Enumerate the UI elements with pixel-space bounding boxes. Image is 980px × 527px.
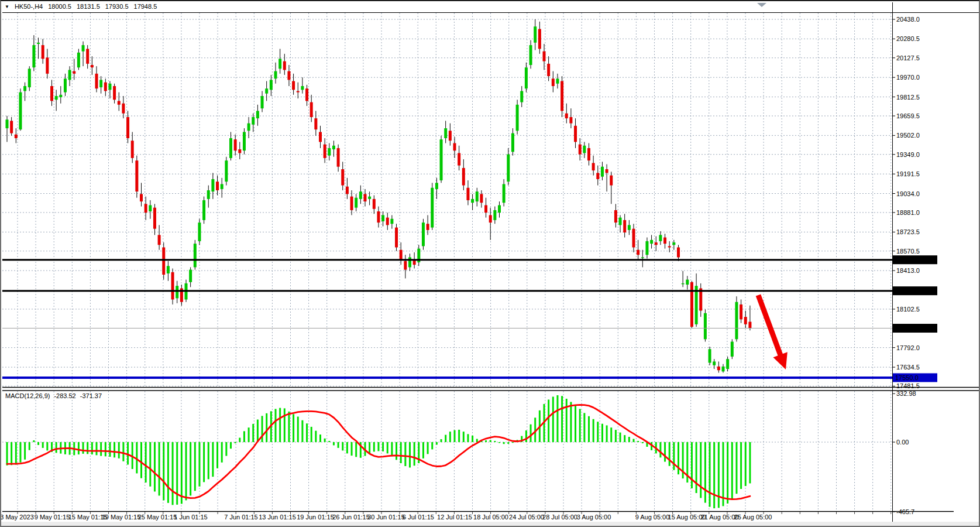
candle-down <box>15 135 18 138</box>
time-axis-label: 9 Aug 05:00 <box>635 514 670 521</box>
candle-down <box>614 210 617 223</box>
candle-up <box>64 78 67 92</box>
chart-canvas[interactable]: 20438.020280.520127.519970.019812.519659… <box>1 1 980 527</box>
candle-up <box>261 96 264 108</box>
candle-down <box>623 220 626 232</box>
candle-down <box>135 160 138 191</box>
price-axis-label: 18102.5 <box>896 306 920 313</box>
candle-down <box>310 102 313 117</box>
candle-up <box>682 283 685 284</box>
candle-down <box>668 246 671 247</box>
candle-down <box>118 101 121 104</box>
time-axis-label: 24 Jul 05:00 <box>509 514 544 521</box>
time-axis-label: 30 Jun 01:15 <box>367 514 405 521</box>
price-axis-label: 17634.5 <box>896 364 920 371</box>
candle-down <box>131 141 134 158</box>
candle-down <box>140 194 143 201</box>
candle-down <box>569 117 572 124</box>
candle-up <box>99 80 102 87</box>
candle-down <box>449 131 452 141</box>
candle-up <box>108 84 111 90</box>
ohlc-low: 17930.5 <box>105 3 129 10</box>
candle-down <box>565 114 568 118</box>
time-axis-label: 19 Jun 01:15 <box>297 514 334 521</box>
time-axis-label: 1 Jun 01:15 <box>174 514 208 521</box>
candle-down <box>606 169 608 173</box>
price-axis-label: 18881.0 <box>896 209 920 216</box>
candle-up <box>520 91 523 102</box>
candle-down <box>86 49 89 63</box>
macd-main-value: -283.52 <box>54 392 75 399</box>
candle-down <box>10 121 13 133</box>
candle-down <box>632 229 635 248</box>
candle-down <box>287 71 290 80</box>
candle-up <box>641 257 644 258</box>
mt4-chart-window: 20438.020280.520127.519970.019812.519659… <box>0 0 980 527</box>
candle-down <box>462 168 465 186</box>
candle-down <box>561 81 563 111</box>
candle-up <box>359 191 362 199</box>
macd-name: MACD(12,26,9) <box>5 392 50 399</box>
candle-up <box>735 302 738 340</box>
price-tag-label: 17550.0 <box>895 374 919 381</box>
candle-down <box>373 199 376 209</box>
chart-background <box>1 1 980 527</box>
candle-up <box>440 139 443 180</box>
candle-down <box>46 57 49 74</box>
time-axis-label: 25 May 01:15 <box>138 514 177 521</box>
candle-down <box>73 71 75 74</box>
candle-up <box>709 349 711 362</box>
candle-down <box>319 132 322 142</box>
price-axis-label: 19349.0 <box>896 151 920 158</box>
price-axis-label: 18570.5 <box>896 248 920 255</box>
candle-down <box>663 238 666 244</box>
time-axis-label: 25 Aug 05:00 <box>734 514 772 521</box>
candle-down <box>655 242 658 245</box>
price-axis-label: 19502.0 <box>896 132 920 139</box>
candle-up <box>422 223 425 246</box>
candle-down <box>427 224 429 230</box>
candle-up <box>619 218 622 225</box>
candle-down <box>404 261 407 270</box>
candle-up <box>167 266 170 273</box>
candle-down <box>395 228 398 248</box>
candle-down <box>610 176 613 186</box>
candle-down <box>234 139 237 150</box>
macd-axis-label: 0.00 <box>896 439 909 446</box>
candle-up <box>444 128 447 138</box>
candle-up <box>650 240 653 244</box>
candle-up <box>68 70 71 80</box>
candle-up <box>32 45 35 67</box>
symbol-dropdown-icon[interactable]: ▼ <box>5 4 9 9</box>
price-axis-label: 19034.0 <box>896 190 920 197</box>
candle-up <box>198 223 201 241</box>
candle-up <box>37 43 40 44</box>
candle-up <box>274 71 277 79</box>
candle-up <box>645 241 648 255</box>
candle-up <box>82 45 85 52</box>
window-bottom-strip <box>1 522 980 527</box>
candle-up <box>355 198 357 208</box>
candle-down <box>126 117 129 138</box>
candle-down <box>637 250 639 255</box>
candle-down <box>305 88 308 101</box>
candle-down <box>171 272 174 300</box>
candle-up <box>221 184 223 189</box>
candle-down <box>162 247 165 275</box>
candle-down <box>238 149 241 153</box>
candle-down <box>364 194 367 201</box>
candle-up <box>525 67 528 88</box>
candle-down <box>324 145 326 158</box>
price-tag-label: 18500.0 <box>895 256 919 264</box>
candle-up <box>243 132 246 150</box>
candle-down <box>145 204 147 213</box>
price-tag-label: 17948.5 <box>895 325 919 332</box>
candle-down <box>579 145 582 155</box>
candle-up <box>529 45 532 65</box>
price-axis-label: 20280.5 <box>896 35 920 42</box>
candle-down <box>350 197 353 210</box>
candle-down <box>400 250 403 260</box>
ohlc-high: 18131.5 <box>77 3 100 10</box>
candle-down <box>337 148 340 167</box>
candle-up <box>211 179 214 191</box>
